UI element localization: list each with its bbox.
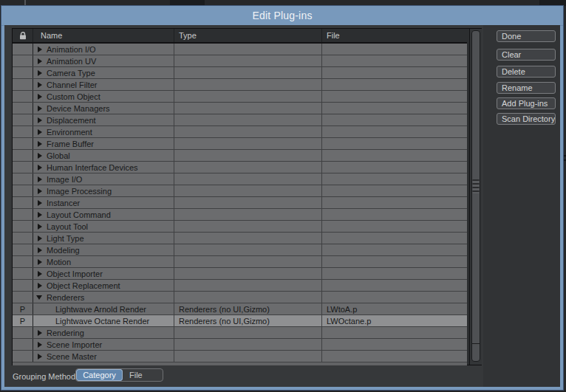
file-cell	[322, 339, 467, 350]
table-row-plugin[interactable]: PLightwave Arnold RenderRenderers (no UI…	[13, 303, 467, 315]
expand-triangle-icon[interactable]	[38, 354, 42, 360]
expand-triangle-icon[interactable]	[38, 176, 42, 182]
expand-triangle-icon[interactable]	[38, 70, 42, 76]
table-row-category[interactable]: Image Processing	[13, 185, 467, 197]
plugin-name-label: Displacement	[47, 116, 96, 125]
file-cell	[322, 256, 467, 267]
expand-triangle-icon[interactable]	[38, 58, 42, 64]
table-row-category[interactable]: Layout Command	[13, 209, 467, 221]
expand-triangle-icon[interactable]	[38, 106, 42, 111]
table-row-category[interactable]: Image I/O	[13, 173, 467, 185]
type-cell	[174, 209, 322, 220]
scrollbar-thumb[interactable]	[471, 30, 480, 362]
expand-triangle-icon[interactable]	[38, 235, 42, 241]
expand-triangle-icon[interactable]	[38, 141, 42, 147]
lock-cell: P	[13, 315, 33, 326]
table-row-category[interactable]: Animation UV	[13, 55, 467, 67]
plugin-name-label: Lightwave Arnold Render	[55, 305, 146, 314]
type-cell	[174, 256, 322, 267]
type-cell	[174, 221, 322, 232]
table-row-category[interactable]: Scene Master	[13, 351, 467, 362]
expand-triangle-icon[interactable]	[38, 271, 42, 277]
plugin-name-label: Object Importer	[47, 269, 103, 278]
expand-triangle-icon[interactable]	[38, 82, 42, 88]
type-cell	[174, 162, 322, 173]
table-row-plugin[interactable]: PLightwave Octane RenderRenderers (no UI…	[13, 315, 467, 327]
lock-cell	[13, 126, 33, 137]
expand-triangle-icon[interactable]	[38, 200, 42, 206]
type-cell	[174, 126, 322, 137]
table-row-category[interactable]: Camera Type	[13, 67, 467, 79]
lock-cell	[13, 67, 33, 78]
table-row-category[interactable]: Modeling	[13, 244, 467, 256]
table-row-category[interactable]: Human Interface Devices	[13, 162, 467, 173]
lock-cell	[13, 292, 33, 303]
name-cell: Light Type	[33, 233, 174, 244]
name-cell: Human Interface Devices	[33, 162, 174, 173]
table-row-category[interactable]: Rendering	[13, 327, 467, 339]
lock-cell	[13, 197, 33, 208]
expand-triangle-icon[interactable]	[38, 129, 42, 135]
table-row-category[interactable]: Device Managers	[13, 103, 467, 114]
expand-triangle-icon[interactable]	[38, 259, 42, 265]
name-cell: Animation I/O	[33, 44, 174, 55]
table-row-category[interactable]: Light Type	[13, 233, 467, 244]
table-row-category[interactable]: Displacement	[13, 114, 467, 126]
expand-triangle-icon[interactable]	[38, 94, 42, 100]
grouping-option-file[interactable]: File	[123, 369, 163, 381]
add-plugins-button[interactable]: Add Plug-ins	[497, 97, 556, 109]
plugin-name-label: Custom Object	[47, 92, 100, 101]
grouping-option-category[interactable]: Category	[76, 369, 123, 381]
name-cell: Instancer	[33, 197, 174, 208]
type-cell	[174, 67, 322, 78]
column-header-lock	[13, 29, 33, 42]
expand-triangle-icon[interactable]	[38, 342, 42, 348]
column-header-name[interactable]: Name	[33, 29, 174, 42]
column-header-type[interactable]: Type	[174, 29, 322, 42]
expand-triangle-icon[interactable]	[38, 165, 42, 171]
collapse-triangle-icon[interactable]	[36, 295, 42, 300]
scan-directory-button[interactable]: Scan Directory	[497, 113, 556, 125]
type-cell	[174, 339, 322, 350]
lock-cell: P	[13, 303, 33, 314]
rename-button[interactable]: Rename	[497, 82, 556, 94]
clear-button[interactable]: Clear	[497, 49, 556, 61]
expand-triangle-icon[interactable]	[38, 188, 42, 194]
expand-triangle-icon[interactable]	[38, 212, 42, 218]
expand-triangle-icon[interactable]	[38, 247, 42, 253]
button-panel	[483, 25, 560, 387]
expand-triangle-icon[interactable]	[38, 153, 42, 159]
file-cell	[322, 268, 467, 279]
expand-triangle-icon[interactable]	[38, 283, 42, 289]
expand-triangle-icon[interactable]	[38, 117, 42, 123]
lock-cell	[13, 173, 33, 185]
column-header-file[interactable]: File	[322, 29, 467, 42]
delete-button[interactable]: Delete	[497, 66, 556, 78]
table-row-category[interactable]: Instancer	[13, 197, 467, 209]
table-row-category[interactable]: Environment	[13, 126, 467, 138]
expand-triangle-icon[interactable]	[38, 47, 42, 52]
table-row-category[interactable]: Global	[13, 150, 467, 162]
plugin-name-label: Object Replacement	[47, 281, 120, 290]
table-row-category[interactable]: Motion	[13, 256, 467, 268]
done-button[interactable]: Done	[497, 30, 556, 42]
name-cell: Channel Filter	[33, 79, 174, 90]
grouping-method-label: Grouping Method	[13, 371, 75, 383]
table-row-category[interactable]: Object Replacement	[13, 280, 467, 292]
table-row-category[interactable]: Frame Buffer	[13, 138, 467, 150]
expand-triangle-icon[interactable]	[38, 330, 42, 336]
table-row-category[interactable]: Channel Filter	[13, 79, 467, 91]
table-row-category[interactable]: Layout Tool	[13, 221, 467, 233]
scrollbar-grip-icon	[473, 179, 480, 193]
table-row-category[interactable]: Scene Importer	[13, 339, 467, 351]
table-row-category[interactable]: Animation I/O	[13, 44, 467, 55]
table-row-category[interactable]: Renderers	[13, 292, 467, 303]
table-row-category[interactable]: Object Importer	[13, 268, 467, 280]
vertical-scrollbar[interactable]	[469, 29, 482, 365]
expand-triangle-icon[interactable]	[38, 224, 42, 230]
file-cell	[322, 221, 467, 232]
plugin-name-label: Layout Tool	[47, 222, 88, 231]
table-row-category[interactable]: Custom Object	[13, 91, 467, 103]
lock-cell	[13, 209, 33, 220]
name-cell: Scene Importer	[33, 339, 174, 350]
